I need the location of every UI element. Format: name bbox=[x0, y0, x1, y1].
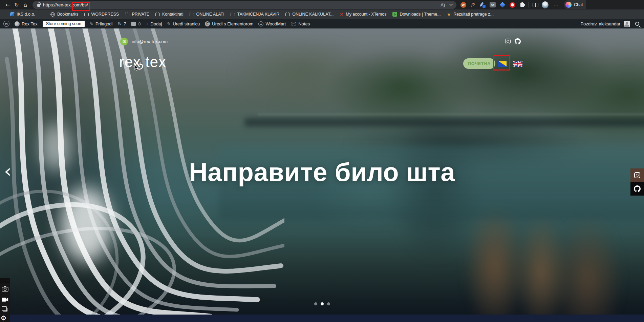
elementor-icon: E bbox=[205, 21, 210, 26]
download-icon bbox=[392, 12, 397, 17]
capture-toolbar: • ⋯ ⚙ bbox=[0, 278, 10, 322]
updates-icon: ↻ bbox=[117, 21, 122, 26]
bookmark-folder-takmicenja-klavir[interactable]: TAKMIČENJA KLAVIR bbox=[231, 12, 280, 17]
settings-gear-button[interactable]: ⚙ bbox=[0, 314, 10, 322]
code-extension-icon[interactable]: </> bbox=[489, 1, 496, 8]
capture-mini-bar[interactable]: • ⋯ bbox=[0, 278, 10, 283]
add-new-menu[interactable]: + Dodaj bbox=[146, 21, 162, 26]
bookmark-rezultati-pretrage[interactable]: ★ Rezultati pretrage z... bbox=[447, 12, 494, 17]
copilot-label: Chat bbox=[574, 2, 583, 7]
floating-social-bar bbox=[630, 168, 644, 196]
extensions-area: W f? </> ⋯ bbox=[460, 1, 560, 9]
extensions-puzzle-icon[interactable] bbox=[519, 1, 525, 8]
annotation-box-bosnian-flag bbox=[493, 55, 510, 71]
menu-item-home[interactable]: ПОЧЕТНА bbox=[463, 58, 495, 69]
woodmart-menu[interactable]: ▲ WoodMart bbox=[258, 21, 286, 26]
screenshot-camera-button[interactable] bbox=[0, 283, 10, 294]
instagram-icon bbox=[634, 172, 640, 178]
hero-title: Направите било шта bbox=[0, 157, 644, 187]
lock-icon bbox=[37, 4, 40, 7]
pencil-icon: ✎ bbox=[167, 21, 171, 26]
uk-flag-icon[interactable] bbox=[513, 61, 522, 67]
favorite-star-icon[interactable]: ☆ bbox=[449, 2, 453, 7]
edit-with-elementor-menu[interactable]: E Uredi s Elementorom bbox=[205, 21, 253, 26]
slider-dot-3[interactable] bbox=[327, 302, 330, 305]
site-name-menu[interactable]: Rex Tex bbox=[15, 21, 38, 26]
home-icon[interactable]: ⌂ bbox=[21, 1, 30, 9]
refresh-icon[interactable]: ↻ bbox=[12, 1, 21, 9]
browser-profile-avatar[interactable] bbox=[542, 1, 549, 8]
github-icon[interactable] bbox=[515, 38, 521, 44]
email-text: info@rex-tex.com bbox=[132, 39, 168, 44]
folder-icon bbox=[155, 13, 160, 16]
wordpress-extension-icon[interactable]: W bbox=[460, 1, 467, 8]
screen-record-button[interactable] bbox=[0, 294, 10, 305]
store-coming-soon-badge: Store coming soon bbox=[43, 21, 85, 27]
bookmark-folder-online-alati[interactable]: ONLINE ALATI bbox=[190, 12, 224, 17]
mouse-cursor bbox=[134, 64, 139, 71]
woodmart-icon: ▲ bbox=[258, 21, 263, 26]
github-icon bbox=[634, 185, 641, 192]
background-bridge-rail bbox=[258, 114, 644, 115]
envelope-icon: ✉ bbox=[120, 38, 128, 45]
notes-menu[interactable]: ··· Notes bbox=[291, 21, 310, 26]
copilot-icon bbox=[565, 2, 572, 8]
bookmark-downloads-theme[interactable]: Downloads | Theme... bbox=[392, 12, 441, 17]
search-icon[interactable] bbox=[635, 22, 639, 26]
colorpicker-extension-icon[interactable] bbox=[479, 1, 486, 8]
folder-icon bbox=[125, 13, 129, 16]
slider-dots bbox=[0, 302, 644, 305]
edit-page-menu[interactable]: ✎ Uredi stranicu bbox=[167, 21, 200, 26]
header-social-links bbox=[505, 38, 521, 44]
notes-bubble-icon: ··· bbox=[291, 22, 296, 26]
header-email[interactable]: ✉ info@rex-tex.com bbox=[120, 38, 168, 45]
iks-site-icon bbox=[10, 12, 15, 16]
bookmark-folder-private[interactable]: PRIVATE bbox=[125, 12, 149, 17]
copilot-button[interactable]: Chat bbox=[564, 0, 586, 9]
github-sidebar-button[interactable] bbox=[630, 182, 644, 196]
back-icon[interactable]: ← bbox=[3, 1, 12, 9]
browser-toolbar: ← ↻ ⌂ https://rex-tex.com/bs/ A) ☆ W f? … bbox=[0, 0, 644, 9]
address-bar[interactable]: https://rex-tex.com/bs/ A) ☆ bbox=[33, 1, 456, 9]
website-hero: ✉ info@rex-tex.com rex tex ПОЧЕТНА bbox=[0, 28, 644, 322]
admin-greeting[interactable]: Pozdrav, aleksandar bbox=[580, 21, 620, 26]
site-favicon-icon bbox=[15, 21, 20, 26]
bookmark-bookmarks[interactable]: Bookmarks bbox=[50, 12, 79, 17]
bookmark-xtemos-account[interactable]: ✕ My account - XTemos bbox=[340, 12, 386, 17]
screen: ← ↻ ⌂ https://rex-tex.com/bs/ A) ☆ W f? … bbox=[0, 0, 644, 322]
copy-pages-button[interactable] bbox=[0, 305, 10, 314]
wordpress-logo-icon: W bbox=[3, 21, 9, 27]
admin-avatar[interactable] bbox=[624, 21, 630, 27]
globe-icon bbox=[50, 12, 55, 17]
instagram-sidebar-button[interactable] bbox=[630, 168, 644, 182]
annotation-box-url-bs bbox=[72, 2, 90, 11]
folder-icon bbox=[84, 13, 89, 16]
bookmark-iks[interactable]: IKS d.o.o. bbox=[10, 12, 35, 17]
xtemos-icon: ✕ bbox=[340, 12, 343, 17]
more-menu-icon[interactable]: ⋯ bbox=[552, 1, 560, 9]
instagram-icon[interactable] bbox=[505, 39, 511, 44]
slider-dot-1[interactable] bbox=[314, 302, 317, 305]
bookmark-folder-online-kalkulatori[interactable]: ONLINE KALKULAT... bbox=[285, 12, 334, 17]
toolbar-separator bbox=[529, 2, 529, 7]
bookmarks-bar: IKS d.o.o. Bookmarks WORDPRESS PRIVATE K… bbox=[0, 9, 644, 19]
comments-menu[interactable]: 0 bbox=[131, 21, 141, 26]
wp-logo-menu[interactable]: W bbox=[3, 21, 9, 27]
adblock-extension-icon[interactable] bbox=[509, 1, 516, 8]
bookmark-folder-wordpress[interactable]: WORDPRESS bbox=[84, 12, 119, 17]
diamond-extension-icon[interactable] bbox=[499, 1, 506, 8]
split-screen-icon[interactable] bbox=[532, 1, 539, 8]
video-camera-icon bbox=[2, 297, 8, 302]
updates-menu[interactable]: ↻ 7 bbox=[117, 21, 126, 26]
customize-menu[interactable]: ✎ Prilagodi bbox=[90, 21, 113, 26]
camera-icon bbox=[2, 286, 8, 291]
star-icon: ★ bbox=[447, 12, 451, 17]
footer-strip bbox=[0, 315, 644, 322]
coil-glare bbox=[61, 188, 112, 262]
slider-prev-icon[interactable]: ‹ bbox=[4, 162, 12, 180]
slider-dot-2-active[interactable] bbox=[321, 302, 324, 305]
font-extension-icon[interactable]: f? bbox=[470, 1, 476, 8]
read-aloud-icon[interactable]: A) bbox=[441, 2, 445, 7]
site-logo[interactable]: rex tex bbox=[119, 54, 166, 71]
bookmark-folder-kontaktirati[interactable]: Kontaktirati bbox=[155, 12, 184, 17]
